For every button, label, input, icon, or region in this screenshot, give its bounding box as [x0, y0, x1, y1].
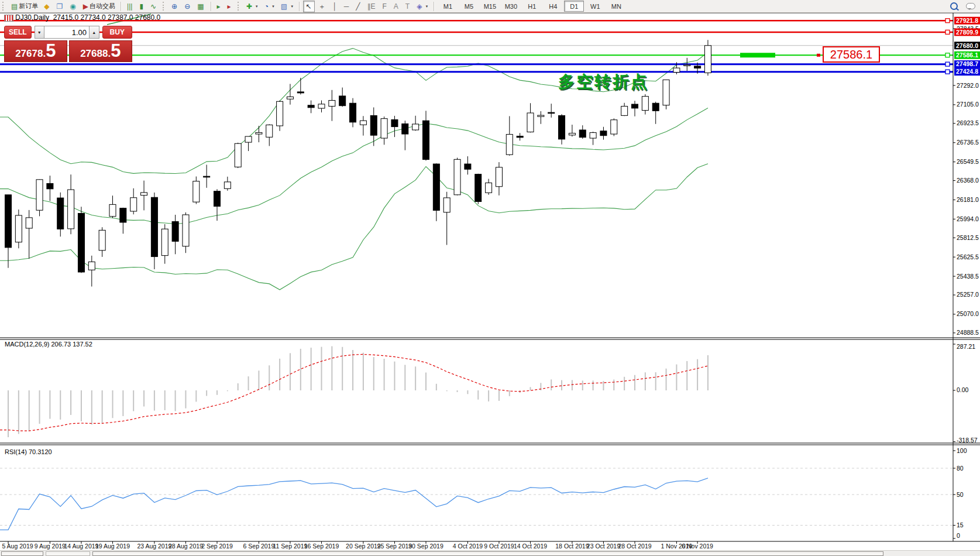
- candle: [172, 222, 178, 242]
- text-icon: A: [394, 3, 398, 10]
- chat-icon[interactable]: [966, 3, 975, 9]
- cursor-button[interactable]: ↖: [303, 1, 315, 12]
- scrollbar-segment[interactable]: [46, 551, 90, 556]
- timeframe-h4[interactable]: H4: [543, 1, 563, 12]
- auto-scroll-button[interactable]: ▸: [215, 1, 224, 12]
- axis-tick-label: 26923.5: [957, 119, 979, 126]
- bars-chart-button[interactable]: |||: [125, 1, 136, 12]
- periods-button[interactable]: ◔▼: [262, 1, 277, 12]
- arrows-button[interactable]: ◈▼: [414, 1, 431, 12]
- new-order-icon: ▤: [11, 3, 18, 10]
- macd-indicator-label: MACD(12,26,9) 206.73 137.52: [5, 341, 92, 348]
- horizontal-line-button[interactable]: ─: [342, 1, 353, 12]
- line-chart-button[interactable]: ∿: [148, 1, 160, 12]
- fibonacci-button[interactable]: F: [380, 1, 390, 12]
- date-label: 19 Aug 2019: [95, 543, 130, 550]
- sell-button[interactable]: SELL: [4, 26, 32, 39]
- zoom-in-button[interactable]: ⊕: [169, 1, 181, 12]
- timeframe-d1[interactable]: D1: [564, 1, 584, 12]
- main-toolbar: ▤新订单◆❐◉▶自动交易|||▮∿⊕⊖▦▸▸✚▼◔▼▧▼↖＋│─╱∥EFAT◈▼…: [0, 0, 980, 13]
- rsi-axis-label: 80: [957, 465, 964, 472]
- signals-button[interactable]: ◉: [67, 1, 79, 12]
- tile-windows-button[interactable]: ▦: [195, 1, 207, 12]
- sell-price[interactable]: 27678.5: [4, 40, 67, 62]
- new-order-button[interactable]: ▤新订单: [9, 1, 40, 12]
- candle: [527, 113, 534, 132]
- candle: [141, 193, 147, 195]
- timeframe-m1[interactable]: M1: [438, 1, 458, 12]
- buy-price[interactable]: 27688.5: [69, 40, 133, 62]
- candle: [423, 121, 429, 159]
- date-label: 14 Oct 2019: [514, 543, 547, 550]
- volume-decrease-button[interactable]: ▼: [35, 26, 45, 39]
- axis-tick-label: 26181.0: [957, 196, 979, 203]
- candle: [318, 104, 325, 108]
- hline-27921-handle[interactable]: [945, 19, 950, 23]
- trendline-thick-segment[interactable]: [740, 53, 775, 57]
- scrollbar-segment[interactable]: [1, 551, 43, 556]
- crosshair-button[interactable]: ＋: [316, 1, 329, 12]
- toolbar-separator: [211, 2, 212, 11]
- hline-27586-handle[interactable]: [945, 53, 950, 57]
- axis-tick-label: 26549.5: [957, 158, 979, 165]
- buy-button[interactable]: BUY: [102, 26, 132, 39]
- text-label-button[interactable]: T: [403, 1, 413, 12]
- chevron-down-icon: ▼: [290, 5, 294, 8]
- chart-canvas[interactable]: 27843.527292.027105.026923.526736.526549…: [0, 0, 980, 556]
- search-icon[interactable]: [950, 2, 958, 10]
- scrollbar-thumb[interactable]: [92, 551, 883, 556]
- autotrade-icon: ▶: [83, 3, 88, 10]
- zoom-out-button[interactable]: ⊖: [182, 1, 194, 12]
- date-label: 20 Sep 2019: [346, 543, 381, 550]
- date-label: 28 Aug 2019: [169, 543, 203, 550]
- volume-input[interactable]: [44, 26, 89, 39]
- auto-scroll-icon: ▸: [217, 3, 221, 10]
- axis-tick-label: 26368.0: [957, 177, 979, 184]
- price-level-callout[interactable]: 27586.1: [823, 46, 880, 63]
- candle: [99, 230, 105, 250]
- indicators-icon: ✚: [246, 3, 252, 10]
- date-label: 23 Aug 2019: [137, 543, 171, 550]
- autotrade-button[interactable]: ▶自动交易: [81, 1, 118, 12]
- candle: [370, 115, 377, 135]
- hline-27424-handle[interactable]: [945, 70, 950, 74]
- candle: [109, 204, 116, 216]
- candle: [36, 180, 43, 210]
- candle: [339, 96, 346, 106]
- timeframe-mn[interactable]: MN: [606, 1, 626, 12]
- candle: [256, 132, 262, 134]
- chart-text-annotation[interactable]: 多空转折点: [558, 71, 649, 93]
- candle: [277, 101, 283, 126]
- volume-increase-button[interactable]: ▲: [89, 26, 99, 39]
- arrows-icon: ◈: [417, 3, 422, 10]
- text-button[interactable]: A: [391, 1, 402, 12]
- templates-button[interactable]: ▧▼: [278, 1, 296, 12]
- trendline-button[interactable]: ╱: [353, 1, 363, 12]
- date-label: 11 Sep 2019: [273, 543, 308, 550]
- candle: [517, 136, 523, 138]
- candle: [465, 164, 471, 169]
- autotrade-button-label: 自动交易: [90, 2, 115, 11]
- timeframe-m5[interactable]: M5: [459, 1, 479, 12]
- hline-27921-price-text: 27921.8: [956, 17, 978, 24]
- axis-tick-label: 25625.5: [957, 253, 979, 260]
- vertical-line-button[interactable]: │: [330, 1, 341, 12]
- channel-button[interactable]: ∥E: [365, 1, 379, 12]
- candle: [381, 119, 387, 138]
- chart-shift-button[interactable]: ▸: [225, 1, 235, 12]
- chart-windows-button[interactable]: ❐: [54, 1, 67, 12]
- candle: [214, 191, 221, 207]
- vertical-line-icon: │: [332, 3, 337, 10]
- indicators-button[interactable]: ✚▼: [244, 1, 261, 12]
- toolbar-right: [950, 2, 980, 10]
- quotes-icon-button[interactable]: ◆: [42, 1, 53, 12]
- timeframe-h1[interactable]: H1: [522, 1, 542, 12]
- timeframe-m15[interactable]: M15: [480, 1, 500, 12]
- line-anchor-handle[interactable]: [817, 54, 820, 57]
- timeframe-m30[interactable]: M30: [501, 1, 521, 12]
- timeframe-w1[interactable]: W1: [585, 1, 605, 12]
- candles-chart-button[interactable]: ▮: [137, 1, 147, 12]
- candle: [486, 183, 492, 193]
- hline-27498-handle[interactable]: [945, 62, 950, 66]
- hline-27809-handle[interactable]: [945, 30, 950, 34]
